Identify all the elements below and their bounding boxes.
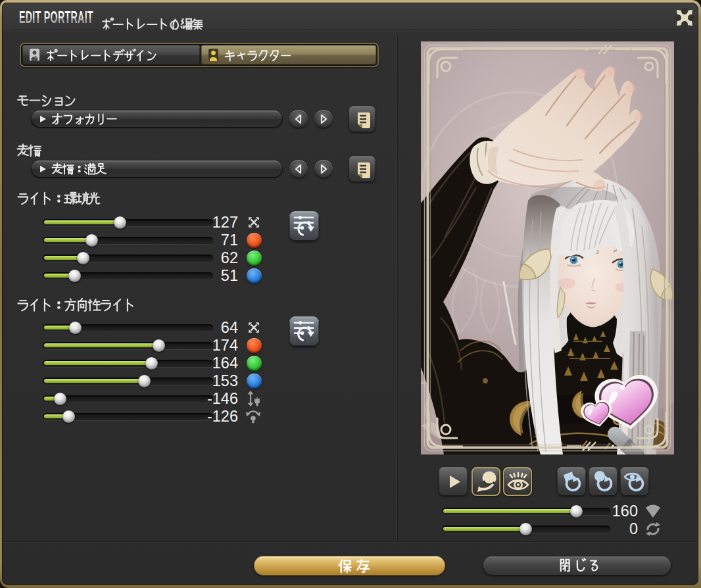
svg-text:0: 0 [629, 520, 638, 537]
svg-text:164: 164 [212, 355, 238, 372]
svg-text:64: 64 [221, 319, 238, 336]
svg-text:127: 127 [212, 214, 238, 231]
svg-text:51: 51 [221, 267, 238, 284]
svg-text:71: 71 [221, 232, 238, 249]
svg-text:153: 153 [212, 372, 238, 389]
svg-text:174: 174 [212, 337, 238, 354]
svg-text:62: 62 [221, 249, 238, 266]
svg-text:EDIT PORTRAIT: EDIT PORTRAIT [19, 9, 93, 26]
svg-text:-146: -146 [207, 390, 238, 407]
svg-text:-126: -126 [207, 408, 238, 425]
svg-text:160: 160 [612, 502, 638, 520]
